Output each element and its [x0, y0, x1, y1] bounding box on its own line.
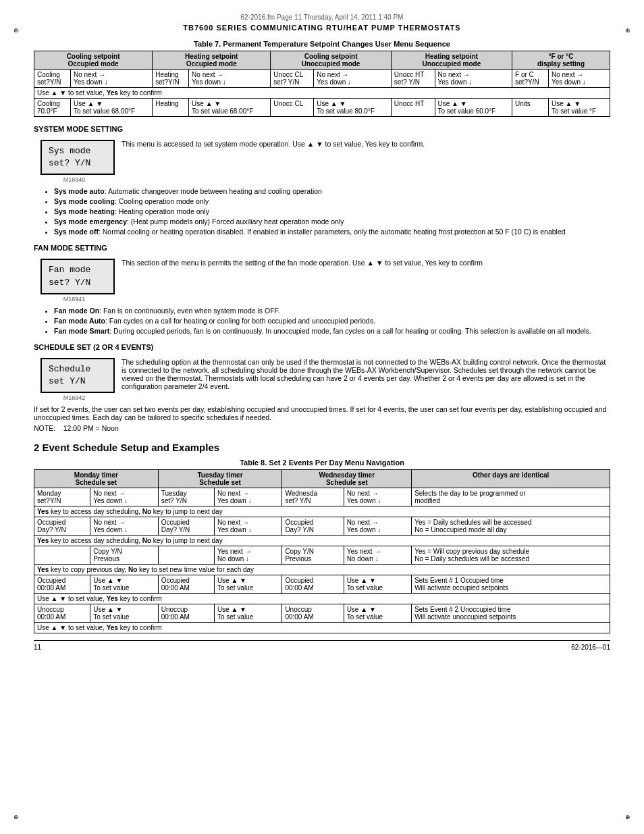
corner-bl: ⊕ [14, 814, 19, 820]
table7-col5-header: °F or °Cdisplay setting [512, 51, 610, 70]
t8r5c4: Use ▲ ▼To set value [214, 604, 282, 623]
table8-span5: Use ▲ ▼ to set value, Yes key to confirm [34, 623, 610, 633]
t8r2c1: OccupiedDay? Y/N [34, 517, 90, 536]
table8-span2-text: Yes key to access day scheduling, No key… [34, 536, 610, 546]
table7-use-text: Use ▲ ▼ to set value, Yes key to confirm [34, 88, 610, 99]
t8r1c2: No next →Yes down ↓ [90, 488, 159, 506]
table8-span3-text: Yes key to copy previous day, No key to … [34, 565, 610, 575]
corner-tl: ⊕ [14, 27, 19, 34]
t8r4c4: Use ▲ ▼To set value [214, 575, 282, 594]
table7-r3c2: Heating [153, 99, 189, 117]
table7-r1c5b: No next →Yes down ↓ [548, 70, 610, 88]
t8r2c7: Yes = Daily schedules will be accessedNo… [412, 517, 610, 536]
t8r2c6: No next →Yes down ↓ [344, 517, 412, 536]
fan-lcd-line1: Fan mode [49, 265, 90, 275]
table7-r3c1: Cooling70.0°F [34, 99, 71, 117]
fan-mode-description: This section of the menu is permits the … [122, 256, 610, 302]
table7-r3c4b: Use ▲ ▼To set value 60.0°F [435, 99, 512, 117]
table8-span4-text: Use ▲ ▼ to set value, Yes key to confirm [34, 594, 610, 604]
table8-span2: Yes key to access day scheduling, No key… [34, 536, 610, 546]
table8-span3: Yes key to copy previous day, No key to … [34, 565, 610, 575]
table7: Cooling setpointOccupied mode Heating se… [34, 51, 610, 117]
table7-r3c5: Units [512, 99, 549, 117]
schedule-lcd-line2: set Y/N [49, 376, 86, 386]
system-mode-bullets: Sys mode auto: Automatic changeover mode… [54, 187, 610, 236]
table8-span1: Yes key to access day scheduling, No key… [34, 506, 610, 517]
table7-col1-header: Cooling setpointOccupied mode [34, 51, 153, 70]
page: ⊕ ⊕ 62-2016.fm Page 11 Thursday, April 1… [0, 0, 644, 834]
fan-lcd-line2: set? Y/N [49, 278, 90, 288]
t8r2c4: No next →Yes down ↓ [214, 517, 282, 536]
doc-title: TB7600 SERIES COMMUNICATING RTU/HEAT PUM… [34, 24, 610, 32]
fan-mode-heading: FAN MODE SETTING [34, 244, 610, 252]
table7-r3c1b: Use ▲ ▼To set value 68.00°F [70, 99, 152, 117]
fan-mode-lcd: Fan mode set? Y/N [41, 259, 115, 294]
t8r3c3 [158, 546, 214, 565]
t8r1c4: No next →Yes down ↓ [214, 488, 282, 506]
corner-tr: ⊕ [625, 27, 630, 34]
table8-title: Table 8. Set 2 Events Per Day Menu Navig… [34, 459, 610, 467]
table8-span4: Use ▲ ▼ to set value, Yes key to confirm [34, 594, 610, 604]
table8-row1: Mondayset?Y/N No next →Yes down ↓ Tuesda… [34, 488, 610, 506]
table8-row4: Occupied00:00 AM Use ▲ ▼To set value Occ… [34, 575, 610, 594]
t8r5c6: Use ▲ ▼To set value [344, 604, 412, 623]
bullet-sys-cooling: Sys mode cooling: Cooling operation mode… [54, 197, 610, 205]
t8r5c5: Unoccup00:00 AM [282, 604, 344, 623]
corner-br: ⊕ [625, 814, 630, 820]
t8r3c2: Copy Y/NPrevious [90, 546, 159, 565]
schedule-set-section: Schedule set Y/N M16942 The scheduling o… [34, 355, 610, 401]
table7-col3-header: Cooling setpointUnoccupied mode [271, 51, 392, 70]
table7-r3c3: Unocc CL [271, 99, 314, 117]
table7-r1c3: Unocc CLset? Y/N [271, 70, 314, 88]
t8r4c7: Sets Event # 1 Occupied timeWill activat… [412, 575, 610, 594]
footer-page-number: 11 [34, 644, 41, 651]
table8-row3: Copy Y/NPrevious Yes next →No down ↓ Cop… [34, 546, 610, 565]
t8r1c6: No next →Yes down ↓ [344, 488, 412, 506]
t8r3c5: Copy Y/NPrevious [282, 546, 344, 565]
system-mode-section: Sys mode set? Y/N M16940 This menu is ac… [34, 137, 610, 183]
schedule-figure-id: M16942 [34, 394, 115, 401]
table7-r1c2b: No next →Yes down ↓ [189, 70, 271, 88]
fan-mode-lcd-wrap: Fan mode set? Y/N M16941 [34, 256, 115, 302]
file-info: 62-2016.fm Page 11 Thursday, April 14, 2… [34, 14, 610, 21]
bullet-sys-heating: Sys mode heating: Heating operation mode… [54, 207, 610, 215]
table8-span1-text: Yes key to access day scheduling, No key… [34, 506, 610, 517]
fan-mode-bullets: Fan mode On: Fan is on continuously, eve… [54, 307, 610, 335]
t8r5c7: Sets Event # 2 Unoccupied timeWill activ… [412, 604, 610, 623]
table7-r3c2b: Use ▲ ▼To set value 68.00°F [189, 99, 271, 117]
table8-col-other: Other days are identical [412, 470, 610, 488]
table7-r1c4b: No next →Yes down ↓ [435, 70, 512, 88]
table7-r1c2: Heatingset?Y/N [153, 70, 189, 88]
table7-r3c5b: Use ▲ ▼To set value °F [548, 99, 610, 117]
t8r3c6: Yes next →No down ↓ [344, 546, 412, 565]
table8: Monday timerSchedule set Tuesday timerSc… [34, 469, 610, 633]
table7-row3: Cooling70.0°F Use ▲ ▼To set value 68.00°… [34, 99, 610, 117]
t8r2c5: OccupiedDay? Y/N [282, 517, 344, 536]
t8r3c4: Yes next →No down ↓ [214, 546, 282, 565]
system-mode-figure-id: M16940 [34, 176, 115, 183]
bullet-sys-off: Sys mode off: Normal cooling or heating … [54, 228, 610, 236]
table7-r1c4: Unocc HTset? Y/N [391, 70, 435, 88]
t8r4c6: Use ▲ ▼To set value [344, 575, 412, 594]
system-mode-lcd: Sys mode set? Y/N [41, 140, 115, 175]
t8r2c3: OccupiedDay? Y/N [158, 517, 214, 536]
t8r3c7: Yes = Will copy previous day scheduleNo … [412, 546, 610, 565]
footer: 11 62-2016—01 [34, 640, 610, 651]
schedule-lcd: Schedule set Y/N [41, 358, 115, 393]
schedule-set-heading: SCHEDULE SET (2 OR 4 EVENTS) [34, 343, 610, 351]
bullet-fan-on: Fan mode On: Fan is on continuously, eve… [54, 307, 610, 315]
table7-row1: Coolingset?Y/N No next →Yes down ↓ Heati… [34, 70, 610, 88]
table7-col2-header: Heating setpointOccupied mode [153, 51, 271, 70]
t8r4c2: Use ▲ ▼To set value [90, 575, 159, 594]
table7-r1c1b: No next →Yes down ↓ [70, 70, 152, 88]
t8r4c5: Occupied00:00 AM [282, 575, 344, 594]
schedule-para1: If set for 2 events, the user can set tw… [34, 405, 610, 421]
system-mode-heading: SYSTEM MODE SETTING [34, 125, 610, 133]
fan-figure-id: M16941 [34, 296, 115, 303]
t8r4c1: Occupied00:00 AM [34, 575, 90, 594]
footer-doc-number: 62-2016—01 [571, 644, 610, 651]
schedule-note: NOTE: 12:00 PM = Noon [34, 424, 610, 432]
table7-r1c1: Coolingset?Y/N [34, 70, 71, 88]
table7-r3c4: Unocc HT [391, 99, 435, 117]
table7-r3c3b: Use ▲ ▼To set value 80.0°F [314, 99, 392, 117]
